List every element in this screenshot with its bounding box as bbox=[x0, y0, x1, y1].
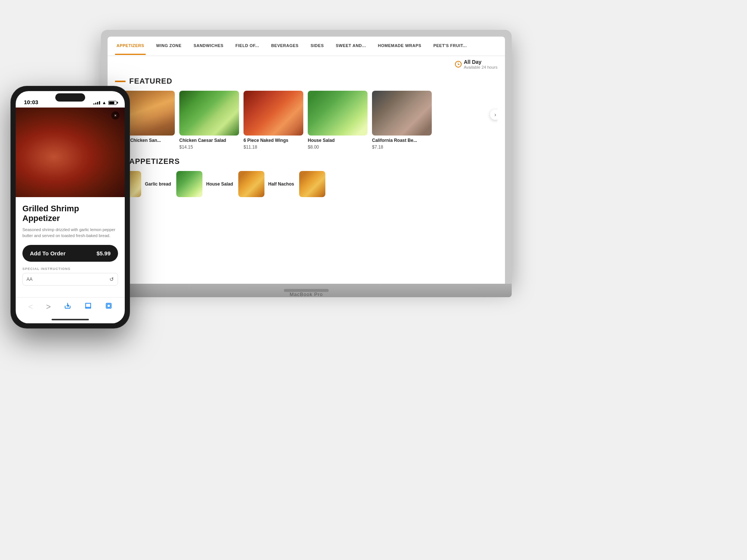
nav-item-sides[interactable]: SIDES bbox=[309, 37, 325, 55]
battery-icon bbox=[108, 101, 117, 105]
refresh-icon[interactable]: ↺ bbox=[109, 276, 114, 282]
nav-item-sandwiches[interactable]: SANDWICHES bbox=[192, 37, 225, 55]
availability-sub-text: Available 24 hours bbox=[464, 65, 498, 69]
phone-bottom-bar: < > bbox=[16, 297, 125, 316]
home-indicator-bar bbox=[16, 316, 125, 323]
share-button[interactable] bbox=[64, 302, 71, 311]
availability-badge: All Day Available 24 hours bbox=[455, 59, 498, 69]
phone: 10:03 ▲ × bbox=[10, 86, 130, 329]
special-instructions-input[interactable]: AA ↺ bbox=[22, 273, 118, 286]
add-order-label: Add To Order bbox=[30, 250, 66, 256]
phone-body: 10:03 ▲ × bbox=[10, 86, 130, 329]
half-nachos-image bbox=[238, 171, 264, 197]
house-salad2-name: House Salad bbox=[206, 181, 233, 187]
clock-icon bbox=[455, 61, 462, 68]
add-to-order-button[interactable]: Add To Order $5.99 bbox=[22, 245, 118, 262]
featured-accent bbox=[115, 81, 125, 82]
add-order-price: $5.99 bbox=[96, 250, 111, 256]
back-button[interactable]: < bbox=[28, 302, 33, 312]
caesar-salad-image bbox=[179, 91, 239, 136]
caesar-salad-name: Chicken Caesar Salad bbox=[179, 138, 239, 144]
item-name: Grilled Shrimp Appetizer bbox=[22, 204, 118, 224]
close-button[interactable]: × bbox=[111, 111, 120, 119]
featured-card-caesar-salad[interactable]: Chicken Caesar Salad $14.15 bbox=[179, 91, 239, 150]
font-size-control[interactable]: AA bbox=[27, 277, 32, 282]
extra-nachos-image bbox=[299, 171, 325, 197]
nav-item-wing-zone[interactable]: WING ZONE bbox=[155, 37, 183, 55]
naked-wings-image bbox=[244, 91, 303, 136]
shrimp-hero-image bbox=[16, 108, 125, 197]
half-nachos-name: Half Nachos bbox=[268, 181, 294, 187]
featured-next-arrow[interactable]: › bbox=[490, 109, 498, 120]
nav-item-appetizers[interactable]: APPETIZERS bbox=[115, 37, 146, 55]
featured-section-header: FEATURED bbox=[115, 77, 498, 85]
availability-main-text: All Day bbox=[464, 59, 498, 65]
appetizers-cards-row: Garlic bread House Salad Half Nachos bbox=[115, 171, 498, 197]
app-card-extra[interactable] bbox=[299, 171, 325, 197]
featured-card-house-salad[interactable]: House Salad $8.00 bbox=[308, 91, 368, 150]
caesar-salad-price: $14.15 bbox=[179, 144, 239, 150]
app-card-half-nachos[interactable]: Half Nachos bbox=[238, 171, 294, 197]
status-time: 10:03 bbox=[24, 99, 38, 105]
status-icons: ▲ bbox=[93, 100, 117, 105]
house-salad-price: $8.00 bbox=[308, 144, 368, 150]
appetizers-section-header: APPETIZERS bbox=[115, 157, 498, 166]
naked-wings-price: $11.18 bbox=[244, 144, 303, 150]
laptop-body: APPETIZERS WING ZONE SANDWICHES FIELD OF… bbox=[101, 30, 512, 284]
item-description: Seasoned shrimp drizzled with garlic lem… bbox=[22, 227, 118, 239]
item-detail: Grilled Shrimp Appetizer Seasoned shrimp… bbox=[16, 197, 125, 297]
california-roast-name: California Roast Be... bbox=[372, 138, 432, 144]
house-salad2-image bbox=[176, 171, 202, 197]
screen-content: FEATURED Crispy Chicken San... $9.89 Chi… bbox=[108, 72, 505, 284]
laptop: APPETIZERS WING ZONE SANDWICHES FIELD OF… bbox=[101, 30, 512, 314]
home-indicator bbox=[52, 319, 89, 320]
laptop-screen: APPETIZERS WING ZONE SANDWICHES FIELD OF… bbox=[108, 37, 505, 284]
phone-screen: 10:03 ▲ × bbox=[16, 91, 125, 323]
availability-bar: All Day Available 24 hours bbox=[108, 56, 505, 72]
nav-item-sweet-and[interactable]: SWEET AND... bbox=[334, 37, 368, 55]
wifi-icon: ▲ bbox=[102, 100, 106, 105]
california-roast-price: $7.18 bbox=[372, 144, 432, 150]
house-salad-name: House Salad bbox=[308, 138, 368, 144]
appetizers-title: APPETIZERS bbox=[129, 157, 180, 166]
naked-wings-name: 6 Piece Naked Wings bbox=[244, 138, 303, 144]
nav-item-peets-fruit[interactable]: PEET'S FRUIT... bbox=[432, 37, 468, 55]
house-salad-image bbox=[308, 91, 368, 136]
signal-bars-icon bbox=[93, 101, 100, 105]
garlic-bread-name: Garlic bread bbox=[145, 181, 171, 187]
special-instructions-label: SPECIAL INSTRUCTIONS bbox=[22, 267, 118, 271]
laptop-nav: APPETIZERS WING ZONE SANDWICHES FIELD OF… bbox=[108, 37, 505, 56]
svg-rect-1 bbox=[107, 304, 110, 307]
app-card-house-salad[interactable]: House Salad bbox=[176, 171, 233, 197]
bookmarks-button[interactable] bbox=[84, 302, 92, 311]
appetizers-section: APPETIZERS Garlic bread House Salad bbox=[115, 157, 498, 197]
featured-card-california-roast[interactable]: California Roast Be... $7.18 bbox=[372, 91, 432, 150]
featured-cards-row: Crispy Chicken San... $9.89 Chicken Caes… bbox=[115, 91, 498, 150]
california-roast-image bbox=[372, 91, 432, 136]
phone-hero-image: × bbox=[16, 108, 125, 197]
nav-item-beverages[interactable]: BEVERAGES bbox=[270, 37, 300, 55]
nav-item-homemade-wraps[interactable]: HOMEMADE WRAPS bbox=[376, 37, 423, 55]
nav-item-field-of[interactable]: FIELD OF... bbox=[234, 37, 261, 55]
featured-title: FEATURED bbox=[129, 77, 172, 85]
battery-fill bbox=[109, 102, 114, 104]
forward-button[interactable]: > bbox=[46, 302, 51, 312]
tabs-button[interactable] bbox=[105, 302, 112, 311]
dynamic-island bbox=[55, 93, 85, 102]
laptop-brand-label: MacBook Pro bbox=[289, 292, 323, 297]
featured-card-naked-wings[interactable]: 6 Piece Naked Wings $11.18 bbox=[244, 91, 303, 150]
